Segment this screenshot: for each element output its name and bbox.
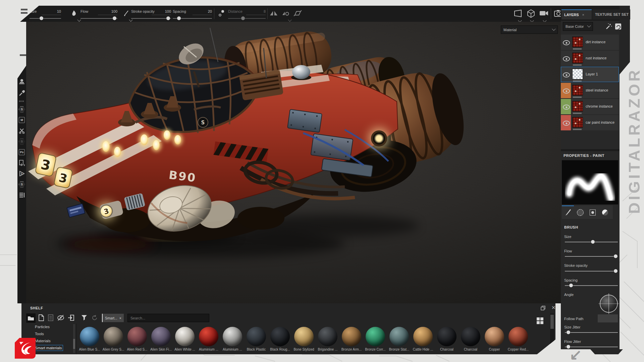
material-sphere[interactable] [413, 327, 433, 346]
filter-funnel-icon[interactable] [81, 315, 87, 321]
resource-details-icon[interactable] [48, 314, 54, 321]
slider-knob[interactable] [569, 283, 573, 288]
substance-share-icon[interactable]: S [18, 181, 25, 188]
material-8[interactable]: Black Roug... [270, 327, 290, 354]
symmetry-mirror-icon[interactable] [269, 10, 278, 16]
shader-dropdown[interactable]: Material [501, 25, 558, 34]
material-sphere[interactable] [294, 327, 314, 346]
substance-disabled-icon[interactable]: S [18, 138, 25, 145]
angle-dial[interactable] [600, 295, 618, 313]
symmetry-settings-icon[interactable] [281, 10, 290, 16]
material-14[interactable]: Cattle Hide ... [413, 327, 433, 354]
material-0[interactable]: Alien Blue S... [80, 327, 99, 354]
tab-brush[interactable] [564, 208, 572, 217]
search-input[interactable]: Search... [127, 314, 209, 322]
tab-alpha[interactable] [576, 208, 585, 217]
layer-row-steel-instance[interactable]: steel instance [561, 83, 619, 98]
material-sphere[interactable] [485, 327, 504, 346]
param-value[interactable]: 20 [199, 9, 212, 13]
material-18[interactable]: Copper Red... [508, 327, 528, 354]
3d-viewport[interactable]: B90 S [26, 22, 561, 303]
shelf-category-materials[interactable]: Materials [35, 339, 51, 343]
restore-panel-icon[interactable] [541, 306, 545, 310]
tab-texture-set-settings[interactable]: TEXTURE SET SET [592, 9, 630, 19]
layer-visibility-eye-icon[interactable] [563, 40, 570, 45]
slider-knob[interactable] [613, 254, 618, 258]
slider-knob[interactable] [112, 16, 117, 20]
layer-thumbnail[interactable] [572, 101, 583, 112]
layer-row-car-paint-instance[interactable]: car paint instance [561, 115, 619, 130]
scissors-icon[interactable] [18, 127, 25, 134]
hide-resources-icon[interactable] [57, 314, 64, 321]
document-sync-icon[interactable] [18, 160, 25, 166]
param-slider[interactable] [228, 18, 266, 19]
send-to-icon[interactable]: S [18, 170, 25, 177]
slider-knob[interactable] [39, 16, 44, 20]
photoshop-export-icon[interactable]: Ps [18, 149, 25, 156]
material-sphere[interactable] [175, 327, 195, 346]
grid-view-icon[interactable] [536, 317, 544, 325]
material-6[interactable]: Aluminium ... [223, 327, 242, 354]
layer-visibility-eye-icon[interactable] [563, 88, 570, 94]
shelf-category-tools[interactable]: Tools [35, 332, 44, 336]
projection-warp-icon[interactable] [293, 10, 302, 16]
layer-row-dirt-instance[interactable]: dirt instance [561, 35, 619, 50]
size-jitter-slider[interactable] [565, 332, 618, 333]
tab-material[interactable] [601, 208, 609, 217]
layer-visibility-eye-icon[interactable] [563, 105, 570, 110]
layer-visibility-eye-icon[interactable] [563, 121, 570, 126]
param-value[interactable]: 8 [252, 9, 266, 13]
material-sphere[interactable] [270, 327, 290, 346]
layer-thumbnail[interactable] [572, 117, 583, 128]
stroke-opacity-slider[interactable] [565, 271, 618, 272]
material-9[interactable]: Bone Stylized [294, 327, 314, 354]
brush-tip-icon[interactable] [71, 10, 77, 16]
camera-view-icon[interactable] [539, 10, 549, 16]
eyedropper-icon[interactable] [18, 90, 25, 97]
tab-stencil[interactable] [588, 208, 597, 217]
material-sphere[interactable] [247, 327, 266, 346]
layer-visibility-eye-icon[interactable] [563, 72, 570, 77]
material-sphere[interactable] [437, 327, 457, 346]
param-slider[interactable] [30, 18, 61, 19]
size-slider[interactable] [565, 242, 618, 242]
shelf-category-smart-materials[interactable]: Smart materials [35, 346, 62, 350]
layer-row-rust-instance[interactable]: rust instance [561, 51, 619, 66]
substance-source-icon[interactable]: S [18, 106, 25, 113]
material-2[interactable]: Alien Red S... [127, 327, 147, 354]
layer-row-chrome-instance[interactable]: chrome instance [561, 99, 619, 114]
layer-row-Layer-1[interactable]: Layer 1 [561, 67, 619, 82]
channel-dropdown[interactable]: Base Color [563, 22, 593, 31]
materialize-icon[interactable]: M [18, 117, 25, 123]
material-1[interactable]: Alien Grey S... [104, 327, 123, 354]
layer-thumbnail[interactable] [572, 37, 583, 47]
slider-knob[interactable] [166, 16, 170, 20]
stroke-pencil-icon[interactable] [123, 10, 129, 16]
material-16[interactable]: Charcoal [461, 327, 480, 354]
param-slider[interactable] [80, 18, 117, 19]
clone-stamp-icon[interactable] [18, 78, 25, 85]
material-11[interactable]: Bronze Arm... [342, 327, 361, 354]
material-sphere[interactable] [151, 327, 171, 346]
close-panel-icon[interactable]: ✕ [551, 305, 556, 311]
folder-icon[interactable] [26, 313, 36, 323]
layer-thumbnail[interactable] [572, 69, 583, 79]
slider-knob[interactable] [613, 269, 618, 273]
geometry-cube-icon[interactable] [527, 9, 535, 18]
spacing-slider[interactable] [565, 285, 618, 286]
layer-visibility-eye-icon[interactable] [563, 56, 570, 61]
flow-slider[interactable] [565, 256, 618, 257]
chip-close-icon[interactable]: × [119, 316, 121, 320]
tab-close-icon[interactable]: × [582, 13, 584, 17]
follow-path-toggle[interactable] [598, 314, 618, 322]
refresh-icon[interactable] [91, 314, 98, 321]
material-sphere[interactable] [199, 327, 218, 346]
tab-layers[interactable]: LAYERS × [561, 9, 592, 19]
material-17[interactable]: Copper [485, 327, 504, 354]
material-sphere[interactable] [366, 327, 385, 346]
material-4[interactable]: Alien White ... [175, 327, 195, 354]
slider-knob[interactable] [177, 16, 181, 20]
display-settings-icon[interactable] [513, 10, 523, 17]
material-10[interactable]: Brigandine ... [318, 327, 337, 354]
param-value[interactable]: 10 [48, 9, 61, 13]
